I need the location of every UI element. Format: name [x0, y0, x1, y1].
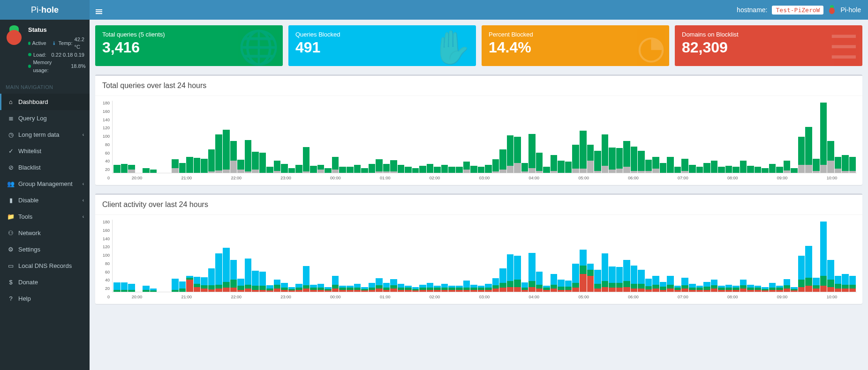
bar[interactable] — [325, 101, 332, 173]
bar[interactable] — [369, 101, 376, 173]
bar[interactable] — [551, 101, 558, 173]
bar[interactable] — [245, 220, 252, 292]
bar[interactable] — [274, 101, 281, 173]
bar[interactable] — [827, 220, 834, 292]
bar[interactable] — [565, 101, 572, 173]
bar[interactable] — [667, 220, 674, 292]
bar[interactable] — [383, 101, 390, 173]
bar[interactable] — [339, 220, 346, 292]
bar[interactable] — [602, 220, 609, 292]
bar[interactable] — [835, 220, 842, 292]
bar[interactable] — [259, 220, 266, 292]
bar[interactable] — [354, 220, 361, 292]
bar[interactable] — [245, 101, 252, 173]
bar[interactable] — [543, 220, 550, 292]
bar[interactable] — [791, 220, 798, 292]
bar[interactable] — [660, 220, 667, 292]
bar[interactable] — [827, 101, 834, 173]
bar[interactable] — [602, 101, 609, 173]
bar[interactable] — [434, 220, 441, 292]
bar[interactable] — [128, 220, 135, 292]
bar[interactable] — [376, 220, 383, 292]
bar[interactable] — [310, 101, 317, 173]
bar[interactable] — [347, 101, 354, 173]
sidebar-item-settings[interactable]: ⚙Settings — [0, 241, 90, 258]
bar[interactable] — [762, 220, 769, 292]
bar[interactable] — [740, 220, 747, 292]
bar[interactable] — [558, 101, 565, 173]
chart-bars[interactable] — [112, 220, 857, 292]
bar[interactable] — [842, 101, 849, 173]
bar[interactable] — [303, 220, 310, 292]
bar[interactable] — [150, 220, 157, 292]
bar[interactable] — [361, 220, 368, 292]
bar[interactable] — [230, 220, 237, 292]
bar[interactable] — [179, 101, 186, 173]
bar[interactable] — [696, 101, 703, 173]
bar[interactable] — [143, 101, 150, 173]
bar[interactable] — [798, 101, 805, 173]
stat-percent-blocked[interactable]: Percent Blocked 14.4% ◔ — [482, 25, 669, 66]
sidebar-item-donate[interactable]: $Donate — [0, 274, 90, 290]
bar[interactable] — [223, 220, 230, 292]
bar[interactable] — [703, 101, 710, 173]
bar[interactable] — [492, 220, 499, 292]
bar[interactable] — [696, 220, 703, 292]
bar[interactable] — [194, 220, 201, 292]
bar[interactable] — [288, 220, 295, 292]
bar[interactable] — [689, 101, 696, 173]
bar[interactable] — [434, 101, 441, 173]
bar[interactable] — [427, 220, 434, 292]
bar[interactable] — [390, 220, 397, 292]
bar[interactable] — [631, 101, 638, 173]
bar[interactable] — [398, 220, 405, 292]
bar[interactable] — [580, 220, 587, 292]
sidebar-item-query-log[interactable]: ≣Query Log — [0, 110, 90, 126]
bar[interactable] — [667, 101, 674, 173]
bar[interactable] — [463, 101, 470, 173]
bar[interactable] — [820, 220, 827, 292]
bar[interactable] — [485, 101, 492, 173]
bar[interactable] — [747, 220, 754, 292]
bar[interactable] — [201, 220, 208, 292]
bar[interactable] — [536, 101, 543, 173]
bar[interactable] — [405, 220, 412, 292]
bar[interactable] — [332, 101, 339, 173]
menu-toggle-button[interactable] — [90, 6, 108, 14]
bar[interactable] — [470, 101, 477, 173]
bar[interactable] — [376, 101, 383, 173]
bar[interactable] — [194, 101, 201, 173]
bar[interactable] — [784, 101, 791, 173]
bar[interactable] — [186, 101, 193, 173]
bar[interactable] — [215, 220, 222, 292]
bar[interactable] — [689, 220, 696, 292]
bar[interactable] — [711, 101, 718, 173]
bar[interactable] — [572, 101, 579, 173]
sidebar-item-dashboard[interactable]: ⌂Dashboard — [0, 94, 90, 110]
stat-domains-blocklist[interactable]: Domains on Blocklist 82,309 ☰ — [675, 25, 862, 66]
bar[interactable] — [609, 220, 616, 292]
bar[interactable] — [383, 220, 390, 292]
bar[interactable] — [412, 220, 419, 292]
bar[interactable] — [478, 220, 485, 292]
bar[interactable] — [172, 101, 179, 173]
bar[interactable] — [419, 101, 426, 173]
bar[interactable] — [332, 220, 339, 292]
bar[interactable] — [623, 101, 630, 173]
bar[interactable] — [638, 220, 645, 292]
bar[interactable] — [369, 220, 376, 292]
logo[interactable]: Pi-hole — [0, 0, 90, 20]
bar[interactable] — [572, 220, 579, 292]
bar[interactable] — [295, 101, 302, 173]
bar[interactable] — [441, 220, 448, 292]
bar[interactable] — [463, 220, 470, 292]
bar[interactable] — [849, 220, 856, 292]
bar[interactable] — [623, 220, 630, 292]
bar[interactable] — [303, 101, 310, 173]
bar[interactable] — [536, 220, 543, 292]
bar[interactable] — [776, 101, 783, 173]
bar[interactable] — [478, 101, 485, 173]
bar[interactable] — [456, 220, 463, 292]
bar[interactable] — [543, 101, 550, 173]
bar[interactable] — [718, 101, 725, 173]
